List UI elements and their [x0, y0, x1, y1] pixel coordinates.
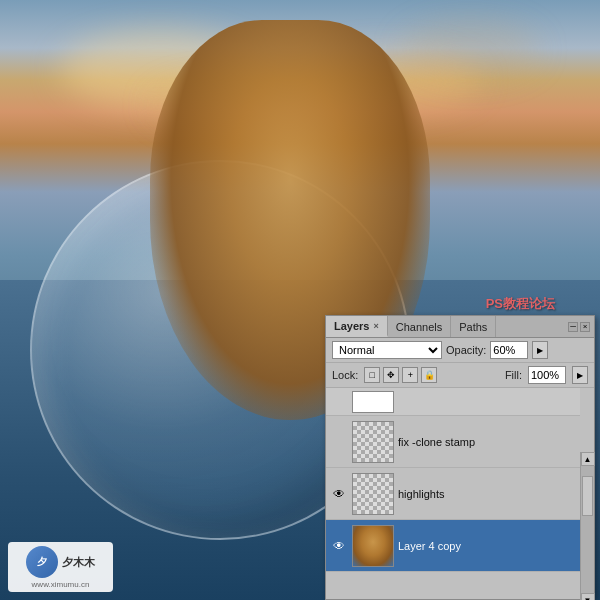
fill-label: Fill:: [505, 369, 522, 381]
layer-list-container: fix -clone stamp 👁 highlights 👁 Layer 4 …: [326, 388, 594, 600]
lock-icons: □ ✥ + 🔒: [364, 367, 437, 383]
fill-input[interactable]: [528, 366, 566, 384]
thumbnail-layer4copy: [352, 525, 394, 567]
tab-layers[interactable]: Layers ×: [326, 316, 388, 337]
blend-mode-row: Normal Multiply Screen Overlay Opacity: …: [326, 338, 594, 363]
layer-item-layer4copy[interactable]: 👁 Layer 4 copy: [326, 520, 580, 572]
layer-item-highlights[interactable]: 👁 highlights: [326, 468, 580, 520]
panel-minimize-btn[interactable]: ─: [568, 322, 578, 332]
lock-label: Lock:: [332, 369, 358, 381]
panel-close-btn[interactable]: ×: [580, 322, 590, 332]
opacity-arrow-btn[interactable]: ▶: [532, 341, 548, 359]
opacity-label: Opacity:: [446, 344, 486, 356]
scroll-up-btn[interactable]: ▲: [581, 452, 595, 466]
layers-content: fix -clone stamp 👁 highlights 👁 Layer 4 …: [326, 388, 580, 572]
panel-tabs: Layers × Channels Paths ─ ×: [326, 316, 594, 338]
logo-watermark: 夕 夕木木 www.ximumu.cn: [8, 542, 113, 592]
lock-position-btn[interactable]: +: [402, 367, 418, 383]
thumbnail-highlights: [352, 473, 394, 515]
eye-fix-clone[interactable]: [330, 433, 348, 451]
lock-pixels-btn[interactable]: ✥: [383, 367, 399, 383]
thumbnail-fix-clone: [352, 421, 394, 463]
hamster-thumbnail: [353, 526, 393, 566]
lock-transparent-btn[interactable]: □: [364, 367, 380, 383]
fill-arrow-btn[interactable]: ▶: [572, 366, 588, 384]
layers-panel: Layers × Channels Paths ─ × Normal Multi…: [325, 315, 595, 600]
lock-all-btn[interactable]: 🔒: [421, 367, 437, 383]
layer-name-highlights: highlights: [398, 488, 576, 500]
opacity-input[interactable]: [490, 341, 528, 359]
logo-name: 夕木木: [62, 555, 95, 570]
checker-pattern-2: [353, 474, 393, 514]
layer-name-fix-clone: fix -clone stamp: [398, 436, 576, 448]
partial-thumbnail: [352, 391, 394, 413]
layer-partial-row[interactable]: [326, 388, 580, 416]
layer-item-fix-clone[interactable]: fix -clone stamp: [326, 416, 580, 468]
scroll-down-btn[interactable]: ▼: [581, 593, 595, 600]
eye-highlights[interactable]: 👁: [330, 485, 348, 503]
checker-pattern: [353, 422, 393, 462]
tab-layers-close[interactable]: ×: [373, 321, 378, 331]
eye-partial[interactable]: [330, 393, 348, 411]
scroll-track[interactable]: [581, 466, 594, 593]
tab-paths[interactable]: Paths: [451, 316, 496, 337]
logo-url: www.ximumu.cn: [32, 580, 90, 589]
panel-controls: ─ ×: [568, 316, 594, 337]
panel-scrollbar: ▲ ▼: [580, 452, 594, 600]
scroll-thumb[interactable]: [582, 476, 593, 516]
blend-mode-select[interactable]: Normal Multiply Screen Overlay: [332, 341, 442, 359]
lock-row: Lock: □ ✥ + 🔒 Fill: ▶: [326, 363, 594, 388]
tab-channels[interactable]: Channels: [388, 316, 451, 337]
logo-circle: 夕: [26, 546, 58, 578]
eye-layer4copy[interactable]: 👁: [330, 537, 348, 555]
cloud-4: [400, 20, 540, 80]
layer-name-layer4copy: Layer 4 copy: [398, 540, 576, 552]
